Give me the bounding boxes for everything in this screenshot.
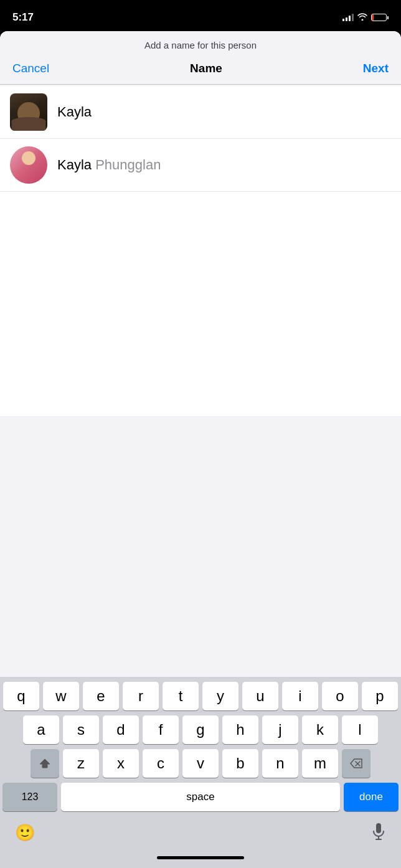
key-l[interactable]: l [342,715,378,744]
contact-last-name: Phungglan [95,157,161,172]
key-v[interactable]: v [182,749,219,778]
svg-rect-2 [376,823,381,833]
key-x[interactable]: x [103,749,139,778]
key-b[interactable]: b [222,749,258,778]
wifi-icon [357,13,367,22]
main-content: Add a name for this person Cancel Name N… [0,31,401,868]
content-space [0,192,401,416]
key-a[interactable]: a [23,715,59,744]
delete-key[interactable] [342,749,370,778]
avatar [10,146,47,184]
key-h[interactable]: h [222,715,258,744]
nav-title: Name [190,62,222,75]
key-p[interactable]: p [362,682,398,710]
key-r[interactable]: r [123,682,159,710]
keyboard-row-2: a s d f g h j k l [2,715,399,744]
status-icons [342,13,389,22]
key-e[interactable]: e [83,682,119,710]
key-y[interactable]: y [202,682,238,710]
key-w[interactable]: w [43,682,79,710]
prompt-text: Add a name for this person [144,40,257,50]
next-button[interactable]: Next [363,62,389,75]
key-i[interactable]: i [282,682,318,710]
contact-name: Kayla [57,104,92,120]
key-c[interactable]: c [143,749,179,778]
contact-first-name: Kayla [57,104,92,120]
status-time: 5:17 [12,11,34,24]
key-o[interactable]: o [322,682,358,710]
contact-first-name: Kayla [57,157,95,172]
key-s[interactable]: s [63,715,99,744]
shift-key[interactable] [31,749,59,778]
avatar [10,93,47,131]
keyboard: q w e r t y u i o p a s d f g h j k l [0,677,401,868]
emoji-bar: 🙂 [2,816,399,852]
key-t[interactable]: t [163,682,199,710]
key-f[interactable]: f [143,715,179,744]
keyboard-bottom-row: 123 space done [2,783,399,811]
signal-icon [342,14,354,21]
nav-bar: Cancel Name Next [0,57,401,85]
key-m[interactable]: m [302,749,338,778]
contact-name: Kayla Phungglan [57,157,161,173]
key-u[interactable]: u [242,682,278,710]
done-key[interactable]: done [344,783,399,811]
key-j[interactable]: j [262,715,298,744]
key-d[interactable]: d [103,715,139,744]
key-q[interactable]: q [3,682,39,710]
key-k[interactable]: k [302,715,338,744]
numbers-key[interactable]: 123 [2,783,57,811]
home-indicator [157,856,244,859]
cancel-button[interactable]: Cancel [12,62,49,75]
status-bar: 5:17 [0,0,401,31]
battery-icon [371,14,389,21]
mic-icon[interactable] [371,823,386,842]
space-key[interactable]: space [61,783,340,811]
prompt-bar: Add a name for this person [0,31,401,57]
list-item[interactable]: Kayla Phungglan [0,139,401,192]
key-g[interactable]: g [182,715,219,744]
keyboard-row-1: q w e r t y u i o p [2,682,399,710]
keyboard-row-3: z x c v b n m [2,749,399,778]
emoji-icon[interactable]: 🙂 [15,823,35,842]
list-item[interactable]: Kayla [0,86,401,139]
key-n[interactable]: n [262,749,298,778]
contact-list: Kayla Kayla Phungglan [0,86,401,192]
key-z[interactable]: z [63,749,99,778]
